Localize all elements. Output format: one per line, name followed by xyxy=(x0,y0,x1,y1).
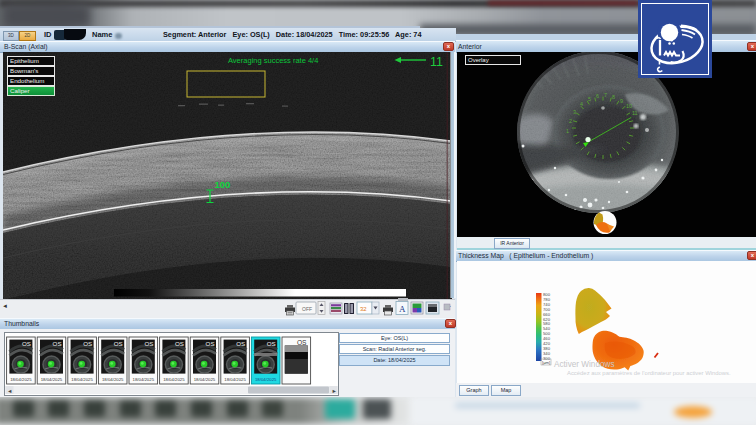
svg-text:Averaging success rate 4/4: Averaging success rate 4/4 xyxy=(228,56,318,65)
svg-text:5: 5 xyxy=(588,96,591,102)
svg-text:8: 8 xyxy=(612,94,615,100)
svg-text:11: 11 xyxy=(430,55,443,69)
svg-text:3: 3 xyxy=(573,109,576,115)
svg-text:Accédez aux paramètres de l’or: Accédez aux paramètres de l’ordinateur p… xyxy=(567,370,731,376)
svg-text:9: 9 xyxy=(620,98,623,104)
svg-text:100: 100 xyxy=(215,179,231,190)
svg-text:►: ► xyxy=(332,388,337,394)
svg-text:6: 6 xyxy=(596,93,599,99)
svg-text:Activer Windows: Activer Windows xyxy=(554,360,615,369)
svg-text:A: A xyxy=(399,304,406,314)
svg-text:[μm]: [μm] xyxy=(542,360,550,365)
svg-text:4: 4 xyxy=(580,101,583,107)
svg-text:32: 32 xyxy=(360,306,367,312)
svg-text:18/04/2025: 18/04/2025 xyxy=(255,377,277,382)
svg-text:2: 2 xyxy=(569,118,572,124)
svg-text:OS: OS xyxy=(297,339,307,346)
svg-text:◄: ◄ xyxy=(7,388,12,394)
svg-text:1: 1 xyxy=(566,128,569,134)
svg-text:11: 11 xyxy=(632,110,638,116)
svg-text:OFF: OFF xyxy=(302,306,312,312)
svg-text:7: 7 xyxy=(604,92,607,98)
svg-text:10: 10 xyxy=(626,103,632,109)
